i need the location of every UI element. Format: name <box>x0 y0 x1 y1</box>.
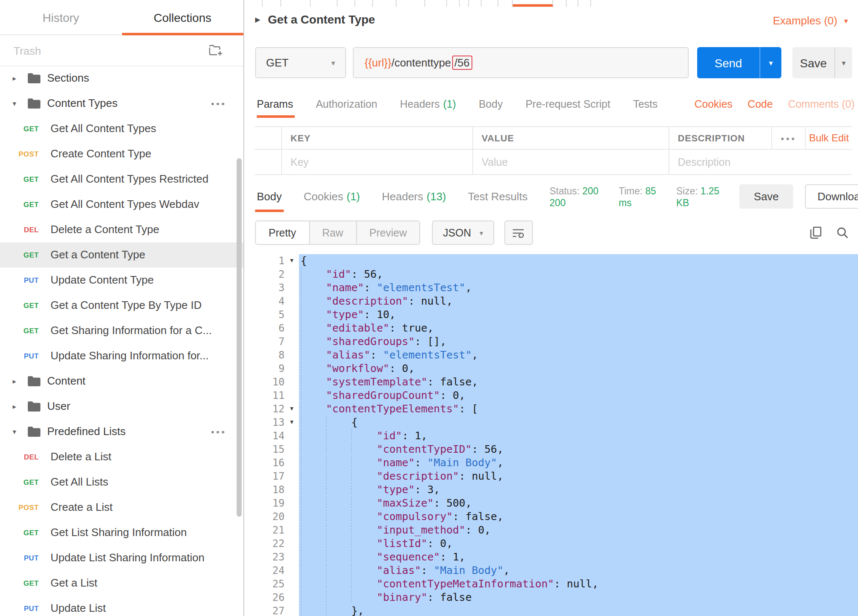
tab-stub[interactable] <box>373 0 397 7</box>
sidebar-folder-sections[interactable]: ▸Sections <box>0 66 243 91</box>
tab-stub[interactable] <box>469 0 482 7</box>
tab-stub[interactable] <box>460 0 469 7</box>
sidebar-request-get-list-sharing-information[interactable]: GETGet List Sharing Information <box>0 520 243 545</box>
tab-stub[interactable] <box>262 0 281 7</box>
trash-label[interactable]: Trash <box>13 45 41 57</box>
tab-test-results[interactable]: Test Results <box>468 181 528 212</box>
tab-stub[interactable] <box>447 0 460 7</box>
save-button[interactable]: Save <box>792 47 834 78</box>
tab-collections[interactable]: Collections <box>122 0 243 35</box>
download-button[interactable]: Download <box>805 184 858 209</box>
copy-icon[interactable] <box>810 226 822 239</box>
tab-stub[interactable] <box>311 0 338 7</box>
bulk-edit-button[interactable]: Bulk Edit <box>805 127 852 149</box>
comments-link[interactable]: Comments (0) <box>788 98 855 110</box>
row-checkbox-cell[interactable] <box>254 150 282 174</box>
save-options-caret[interactable]: ▾ <box>834 47 852 78</box>
examples-dropdown[interactable]: Examples (0) ▾ <box>773 14 848 27</box>
sidebar-folder-content[interactable]: ▸Content <box>0 369 243 394</box>
code-link[interactable]: Code <box>748 98 773 110</box>
tab-body[interactable]: Body <box>479 91 503 118</box>
wrap-lines-button[interactable] <box>504 220 533 245</box>
sidebar-request-get-a-list[interactable]: GETGet a List <box>0 571 243 596</box>
tab-stub[interactable] <box>338 0 355 7</box>
code-text: "listId": 0, <box>299 537 858 550</box>
params-more-options-icon[interactable]: ●●● <box>771 127 805 149</box>
sidebar-request-get-all-lists[interactable]: GETGet All Lists <box>0 470 243 495</box>
value-input[interactable]: Value <box>473 150 669 174</box>
fold-caret-icon[interactable]: ▾ <box>285 254 299 268</box>
description-input[interactable]: Description <box>669 150 852 174</box>
key-input[interactable]: Key <box>282 150 473 174</box>
new-collection-icon[interactable] <box>209 45 222 56</box>
fold-caret-icon[interactable]: ▾ <box>285 402 299 416</box>
sidebar-request-create-content-type[interactable]: POSTCreate Content Type <box>0 141 243 167</box>
tab-stub[interactable] <box>498 0 513 7</box>
method-badge: DEL <box>0 226 39 234</box>
tab-tests[interactable]: Tests <box>633 91 658 118</box>
tab-headers[interactable]: Headers(1) <box>400 91 456 118</box>
format-select[interactable]: JSON ▾ <box>432 220 494 245</box>
search-icon[interactable] <box>836 226 849 239</box>
chevron-down-icon[interactable]: ▾ <box>13 99 16 108</box>
tab-response-headers[interactable]: Headers(13) <box>382 181 446 212</box>
tab-stub[interactable] <box>553 0 567 7</box>
sidebar-request-delete-a-content-type[interactable]: DELDelete a Content Type <box>0 217 243 242</box>
save-response-button[interactable]: Save <box>740 184 793 209</box>
view-raw-button[interactable]: Raw <box>309 221 357 244</box>
tab-params[interactable]: Params <box>257 91 293 118</box>
cookies-link[interactable]: Cookies <box>695 98 733 110</box>
send-options-caret[interactable]: ▾ <box>759 47 781 78</box>
tab-pre-request-script[interactable]: Pre-request Script <box>525 91 610 118</box>
sidebar-request-create-a-list[interactable]: POSTCreate a List <box>0 495 243 520</box>
code-line-3: 3 "name": "elementsTest", <box>245 281 858 295</box>
column-value: VALUE <box>473 127 669 149</box>
request-label: Delete a Content Type <box>51 223 159 236</box>
method-select[interactable]: GET ▾ <box>255 47 346 78</box>
tab-stub[interactable] <box>578 0 591 7</box>
sidebar-request-update-list-sharing-information[interactable]: PUTUpdate List Sharing Information <box>0 545 243 571</box>
tab-stub[interactable] <box>355 0 373 7</box>
tab-authorization[interactable]: Authorization <box>316 91 377 118</box>
tab-stub[interactable] <box>281 0 311 7</box>
sidebar-request-get-all-content-types-webdav[interactable]: GETGet All Content Types Webdav <box>0 192 243 217</box>
view-preview-button[interactable]: Preview <box>357 221 419 244</box>
chevron-right-icon[interactable]: ▸ <box>13 402 16 411</box>
sidebar-request-get-a-content-type[interactable]: GETGet a Content Type <box>0 242 243 268</box>
tab-response-body[interactable]: Body <box>257 181 282 212</box>
sidebar-request-update-sharing-information-for[interactable]: PUTUpdate Sharing Information for... <box>0 343 243 369</box>
sidebar-folder-content-types[interactable]: ▾Content Types●●● <box>0 91 243 116</box>
tab-stub[interactable] <box>482 0 498 7</box>
sidebar-request-get-sharing-information-for-a-c[interactable]: GETGet Sharing Information for a C... <box>0 318 243 343</box>
sidebar-scrollbar[interactable] <box>237 158 242 517</box>
chevron-right-icon[interactable]: ▸ <box>13 377 16 385</box>
more-options-icon[interactable]: ●●● <box>211 101 226 106</box>
tab-history[interactable]: History <box>0 0 122 35</box>
sidebar-tree: ▸Sections▾Content Types●●●GETGet All Con… <box>0 66 243 616</box>
tab-response-cookies[interactable]: Cookies(1) <box>304 181 360 212</box>
tab-stub-active[interactable] <box>513 0 553 7</box>
response-code[interactable]: 1▾{2 "id": 56,3 "name": "elementsTest",4… <box>245 252 858 616</box>
line-number: 21 <box>245 523 285 537</box>
url-input[interactable]: {{url}}/contenttype/56 <box>353 47 689 78</box>
tab-label: Headers <box>382 190 423 203</box>
chevron-right-icon[interactable]: ▸ <box>13 74 16 82</box>
sidebar-request-get-all-content-types[interactable]: GETGet All Content Types <box>0 116 243 141</box>
send-button[interactable]: Send <box>697 47 759 78</box>
chevron-down-icon[interactable]: ▾ <box>13 427 16 436</box>
request-label: Update List <box>51 602 106 614</box>
tab-stub[interactable] <box>397 0 425 7</box>
sidebar-folder-predefined-lists[interactable]: ▾Predefined Lists●●● <box>0 419 243 444</box>
tab-stub[interactable] <box>567 0 578 7</box>
fold-caret-icon[interactable]: ▾ <box>285 416 299 429</box>
collapse-caret-icon[interactable]: ▶ <box>255 16 260 23</box>
sidebar-request-get-all-content-types-restricted[interactable]: GETGet All Content Types Restricted <box>0 167 243 192</box>
more-options-icon[interactable]: ●●● <box>211 429 226 435</box>
sidebar-request-get-a-content-type-by-type-id[interactable]: GETGet a Content Type By Type ID <box>0 293 243 318</box>
sidebar-request-update-list[interactable]: PUTUpdate List <box>0 596 243 616</box>
tab-stub[interactable] <box>425 0 447 7</box>
sidebar-request-update-content-type[interactable]: PUTUpdate Content Type <box>0 268 243 293</box>
view-pretty-button[interactable]: Pretty <box>256 221 309 244</box>
sidebar-request-delete-a-list[interactable]: DELDelete a List <box>0 444 243 470</box>
sidebar-folder-user[interactable]: ▸User <box>0 394 243 419</box>
